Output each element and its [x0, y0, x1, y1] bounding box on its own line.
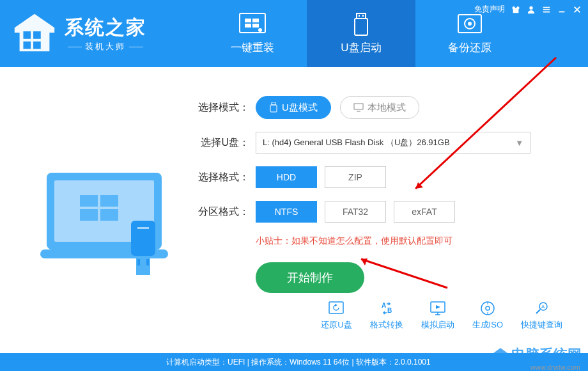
svg-rect-6	[355, 19, 368, 35]
partition-label: 分区格式：	[198, 205, 256, 219]
tip-text: 小贴士：如果不知道怎么配置，使用默认配置即可	[256, 235, 562, 247]
watermark: 电脑系统网	[492, 345, 582, 365]
svg-rect-16	[146, 259, 149, 265]
logo-subtitle: 装机大师	[65, 41, 146, 52]
usb-select-label: 选择U盘：	[198, 136, 256, 150]
topbar: 免责声明	[474, 4, 582, 15]
tool-generate-iso[interactable]: 生成ISO	[472, 300, 503, 331]
simulate-icon	[429, 300, 447, 317]
tool-simulate-boot[interactable]: 模拟启动	[421, 300, 454, 331]
svg-point-9	[468, 22, 472, 26]
menu-icon[interactable]	[542, 5, 551, 14]
mode-label: 选择模式：	[198, 101, 256, 114]
minimize-icon[interactable]	[557, 5, 566, 14]
tab-label: 备份还原	[448, 40, 491, 55]
header: 免责声明 系统之家 装机大师 一键重装 U盘启动 备份还原	[0, 0, 588, 67]
svg-rect-4	[359, 15, 360, 17]
usb-drive-icon	[347, 12, 375, 36]
logo: 系统之家 装机大师	[0, 9, 198, 59]
svg-rect-18	[272, 102, 275, 105]
logo-icon	[10, 9, 59, 59]
tool-hotkey-query[interactable]: A 快捷键查询	[521, 300, 562, 331]
usb-select[interactable]: L: (hd4) General USB Flash Disk （U盘）26.9…	[256, 132, 530, 154]
tab-label: U盘启动	[341, 40, 381, 55]
dropdown-icon: ▼	[515, 138, 523, 148]
tab-usb-boot[interactable]: U盘启动	[307, 0, 415, 67]
mode-usb-button[interactable]: U盘模式	[256, 96, 331, 119]
tool-format-convert[interactable]: AB 格式转换	[370, 300, 403, 331]
disclaimer-link[interactable]: 免责声明	[474, 4, 505, 15]
svg-rect-21	[329, 302, 343, 313]
tools: 还原U盘 AB 格式转换 模拟启动 生成ISO A 快捷键查询	[321, 300, 562, 331]
format-convert-icon: AB	[378, 300, 396, 317]
monitor-icon	[353, 103, 364, 112]
partition-ntfs-button[interactable]: NTFS	[256, 201, 317, 223]
iso-icon	[479, 300, 497, 317]
svg-rect-19	[270, 105, 277, 112]
restore-icon	[456, 12, 484, 36]
svg-rect-3	[357, 13, 366, 19]
svg-point-26	[486, 306, 490, 310]
svg-text:A: A	[541, 304, 545, 310]
tab-label: 一键重装	[231, 40, 274, 55]
watermark-icon	[492, 347, 509, 363]
watermark-url: www.dnxtw.com	[530, 363, 580, 371]
skin-icon[interactable]	[511, 5, 520, 14]
format-label: 选择格式：	[198, 171, 256, 184]
format-hdd-button[interactable]: HDD	[256, 166, 317, 188]
svg-text:A: A	[382, 302, 386, 309]
svg-rect-5	[362, 15, 364, 17]
logo-title: 系统之家	[65, 15, 146, 41]
svg-rect-15	[137, 259, 140, 265]
tab-reinstall[interactable]: 一键重装	[198, 0, 307, 67]
main-content: 选择模式： U盘模式 本地模式 选择U盘： L: (hd4) General U…	[0, 67, 588, 342]
partition-exfat-button[interactable]: exFAT	[394, 201, 455, 223]
window-icon	[238, 12, 267, 36]
usb-icon	[269, 102, 278, 113]
partition-fat32-button[interactable]: FAT32	[325, 201, 386, 223]
svg-rect-20	[354, 104, 363, 109]
svg-point-0	[529, 6, 532, 9]
hotkey-icon: A	[533, 300, 551, 317]
restore-usb-icon	[327, 300, 345, 317]
svg-point-2	[258, 28, 262, 32]
svg-rect-17	[137, 227, 149, 229]
illustration	[19, 86, 198, 342]
start-button[interactable]: 开始制作	[256, 262, 364, 293]
svg-text:B: B	[387, 307, 392, 314]
mode-local-button[interactable]: 本地模式	[340, 96, 419, 119]
user-icon[interactable]	[527, 5, 536, 14]
format-zip-button[interactable]: ZIP	[325, 166, 386, 188]
tool-restore-usb[interactable]: 还原U盘	[321, 300, 352, 331]
svg-rect-13	[131, 221, 155, 256]
close-icon[interactable]	[573, 5, 582, 14]
